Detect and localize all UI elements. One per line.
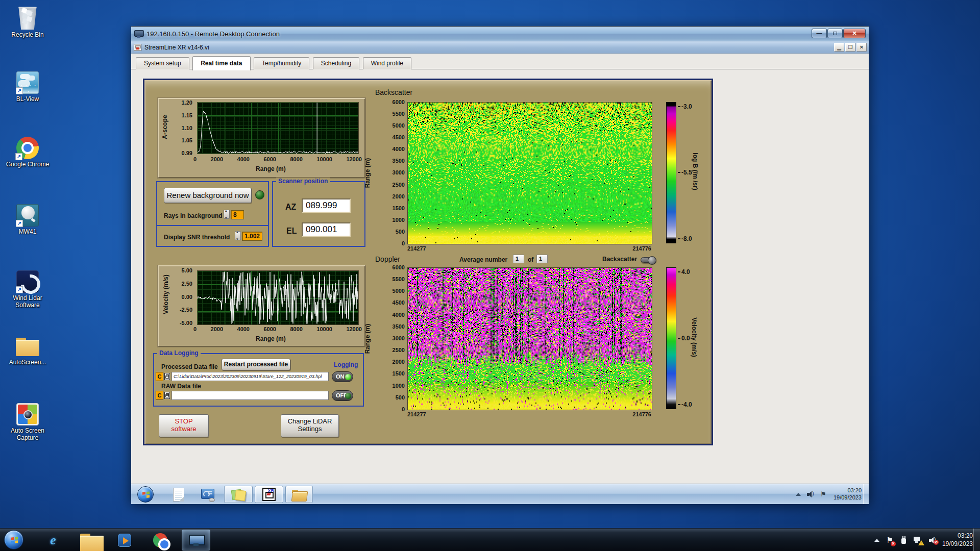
tick-label: 5.00 (174, 268, 192, 273)
minimize-button[interactable]: — (812, 29, 827, 38)
app-title-bar[interactable]: StreamLine XR v14-6.vi (131, 41, 869, 54)
wind-lidar-icon: ↗ (16, 270, 39, 293)
tick-label: 3000 (378, 170, 405, 176)
desktop-icon-bl-view[interactable]: ↗ BL-View (4, 71, 51, 103)
tick-label: 5500 (378, 277, 405, 282)
renew-background-button[interactable]: Renew background now (164, 188, 252, 203)
app-close-button[interactable]: ✕ (856, 43, 867, 52)
volume-muted-icon[interactable]: )⊘ (929, 537, 936, 543)
action-center-flag-icon[interactable]: ⚑✕ (886, 536, 893, 545)
tab-scheduling[interactable]: Scheduling (313, 57, 359, 69)
tray-expand-icon[interactable] (796, 493, 801, 496)
rays-spinner[interactable] (224, 210, 230, 219)
change-lidar-settings-button[interactable]: Change LiDARSettings (281, 414, 339, 437)
desktop-icon-recycle-bin[interactable]: Recycle Bin (4, 5, 51, 39)
logging-off-indicator[interactable]: OFF (332, 390, 353, 401)
power-plug-icon[interactable] (900, 536, 906, 544)
raw-browse-icon[interactable] (164, 392, 170, 399)
app-minimize-button[interactable]: ▁ (834, 43, 844, 52)
colorbar-tick: -4.0 (681, 402, 692, 407)
desktop-icon-label: BL-View (4, 96, 51, 103)
tick-label: 2000 (378, 194, 405, 199)
shortcut-arrow-icon: ↗ (16, 87, 23, 94)
tick-label: 4000 (237, 156, 250, 162)
remote-taskbar-sticky-notes[interactable] (224, 486, 253, 503)
backscatter-toggle-switch[interactable] (641, 257, 656, 263)
tick-label: 6000 (378, 265, 405, 270)
windows-flag-icon (11, 537, 18, 543)
tab-system-setup[interactable]: System setup (136, 57, 189, 69)
tab-wind-profile[interactable]: Wind profile (363, 57, 411, 69)
remote-clock[interactable]: 03:20 19/09/2023 (834, 487, 862, 502)
desktop-icon-wind-lidar[interactable]: ↗ Wind Lidar Software (4, 270, 51, 309)
tab-temp-humidity[interactable]: Temp/humidity (254, 57, 309, 69)
desktop-icon-mw41[interactable]: ↗ MW41 (4, 204, 51, 236)
tick-label: 3000 (378, 336, 405, 341)
taskbar-clock[interactable]: 03:20 19/09/2023 (942, 532, 973, 548)
start-button[interactable] (4, 530, 23, 549)
backscatter-x-start: 214277 (407, 245, 426, 252)
desktop-icon-autoscreen-folder[interactable]: AutoScreen... (4, 338, 51, 366)
desktop-icon-label: Auto Screen Capture (4, 428, 51, 442)
tick-label: 2000 (211, 326, 223, 332)
taskbar-explorer[interactable] (76, 530, 102, 550)
rdp-title-bar[interactable]: 192.168.0.150 - Remote Desktop Connectio… (131, 27, 869, 41)
backscatter-y-ticks: 6000550050004500400035003000250020001500… (378, 99, 405, 246)
remote-show-desktop-button[interactable] (863, 484, 869, 504)
processed-path-field[interactable]: C:\Lidar\Data\Proc\2023\202309\20230919\… (172, 372, 329, 381)
average-number-field[interactable]: 1 (513, 255, 524, 263)
doppler-y-ticks: 6000550050004500400035003000250020001500… (378, 265, 405, 412)
restore-button[interactable] (827, 29, 843, 38)
media-player-icon (118, 534, 131, 547)
network-warning-icon[interactable] (914, 537, 922, 544)
average-total-field[interactable]: 1 (536, 255, 548, 263)
taskbar-media-player[interactable] (111, 530, 138, 550)
velocity-axis-label: Velocity (m/s) (162, 274, 169, 314)
action-center-flag-icon[interactable]: ⚑ (820, 491, 826, 497)
processed-browse-icon[interactable] (164, 373, 170, 380)
close-button[interactable]: ✕ (843, 29, 866, 38)
desktop-icon-auto-screen-capture[interactable]: Auto Screen Capture (4, 403, 51, 442)
taskbar-remote-desktop-active[interactable] (182, 530, 210, 550)
remote-taskbar-control-panel[interactable] (197, 486, 219, 503)
app-window-buttons: ▁ ❐ ✕ (833, 43, 867, 52)
stop-software-button[interactable]: STOPsoftware (159, 414, 209, 437)
raw-drive-button[interactable]: C (156, 391, 163, 400)
el-value-field[interactable]: 090.001 (302, 222, 351, 237)
colorbar-tick: -5.5 (681, 170, 692, 175)
tick-label: 6000 (378, 99, 405, 105)
desktop-icon-label: Google Chrome (4, 161, 51, 168)
tray-expand-icon[interactable] (874, 539, 879, 542)
logging-on-indicator[interactable]: ON (332, 371, 353, 382)
app-restore-button[interactable]: ❐ (845, 43, 855, 52)
system-tray: ⚑✕ )⊘ 03:20 19/09/2023 (874, 529, 973, 551)
taskbar-internet-explorer[interactable]: e (40, 530, 66, 550)
restart-processed-button[interactable]: Restart processed file (222, 359, 290, 370)
data-logging-group: Data Logging Processed Data file Restart… (153, 353, 364, 407)
az-value-field[interactable]: 089.999 (302, 198, 351, 213)
desktop-icon-google-chrome[interactable]: ↗ Google Chrome (4, 137, 51, 168)
rays-value-field[interactable]: 8 (231, 210, 244, 219)
show-desktop-button[interactable] (973, 529, 980, 551)
tick-label: 1000 (378, 217, 405, 223)
tick-label: -5.00 (174, 320, 192, 326)
tick-label: 5000 (378, 288, 405, 294)
snr-value-field[interactable]: 1.002 (242, 232, 262, 241)
processed-drive-button[interactable]: C (156, 372, 163, 381)
tab-real-time-data[interactable]: Real time data (192, 56, 250, 70)
raw-path-field[interactable] (172, 391, 329, 400)
rdp-window: 192.168.0.150 - Remote Desktop Connectio… (131, 26, 869, 504)
remote-taskbar-notepad[interactable] (168, 486, 189, 503)
tick-label: 2000 (211, 156, 223, 162)
volume-icon[interactable]: ) (807, 491, 814, 497)
tick-label: 6000 (263, 156, 276, 162)
backscatter-title: Backscatter (375, 88, 412, 96)
clock-date: 19/09/2023 (942, 540, 973, 548)
tick-label: 2.50 (174, 281, 192, 287)
taskbar-chrome[interactable] (147, 530, 174, 550)
snr-spinner[interactable] (235, 231, 241, 240)
on-led-icon (345, 374, 351, 380)
remote-start-button[interactable] (137, 486, 154, 503)
remote-taskbar-streamline-xr[interactable]: XR (255, 486, 283, 503)
remote-taskbar-explorer[interactable] (285, 486, 313, 503)
